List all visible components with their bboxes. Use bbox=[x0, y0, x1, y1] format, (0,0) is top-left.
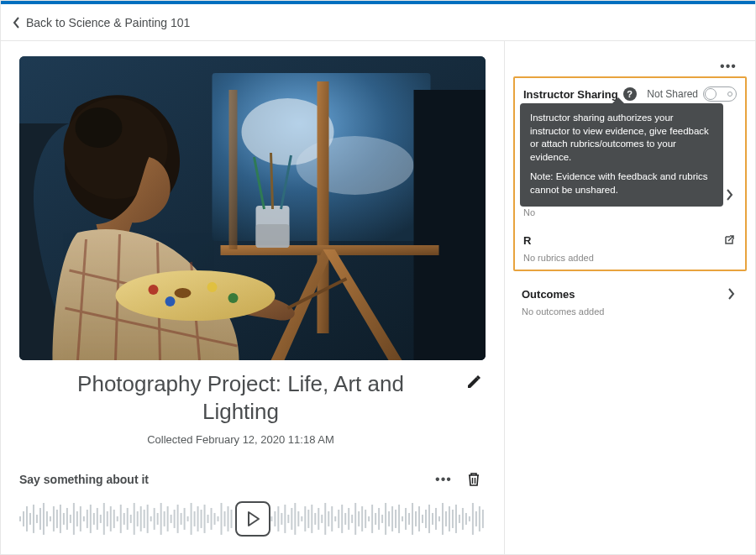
svg-point-3 bbox=[297, 136, 414, 195]
svg-rect-149 bbox=[455, 505, 457, 533]
audio-play-button[interactable] bbox=[235, 501, 270, 537]
play-icon bbox=[244, 510, 262, 528]
svg-rect-74 bbox=[167, 506, 169, 531]
svg-rect-113 bbox=[334, 516, 336, 521]
svg-rect-98 bbox=[284, 505, 286, 533]
svg-rect-57 bbox=[110, 506, 112, 531]
svg-rect-32 bbox=[26, 506, 28, 531]
svg-rect-102 bbox=[297, 511, 299, 526]
svg-rect-125 bbox=[375, 513, 376, 525]
svg-rect-44 bbox=[66, 508, 68, 530]
svg-rect-73 bbox=[164, 511, 165, 526]
edit-title-button[interactable] bbox=[462, 370, 486, 394]
evidence-title: Photography Project: Life, Art and Light… bbox=[53, 370, 428, 425]
svg-rect-61 bbox=[123, 513, 125, 525]
svg-rect-4 bbox=[414, 90, 486, 360]
svg-rect-47 bbox=[76, 511, 78, 526]
svg-rect-124 bbox=[371, 505, 373, 533]
svg-rect-157 bbox=[482, 510, 484, 528]
svg-point-22 bbox=[175, 288, 192, 298]
svg-rect-51 bbox=[90, 505, 92, 533]
svg-rect-120 bbox=[358, 511, 360, 526]
svg-rect-117 bbox=[348, 508, 349, 530]
svg-rect-53 bbox=[97, 508, 98, 530]
svg-rect-63 bbox=[130, 515, 132, 523]
panel-row-2[interactable]: R bbox=[523, 229, 737, 251]
svg-rect-42 bbox=[60, 505, 61, 533]
svg-rect-70 bbox=[154, 508, 155, 530]
svg-rect-101 bbox=[294, 503, 296, 535]
outcomes-row[interactable]: Outcomes bbox=[522, 283, 738, 305]
tooltip-line-2: Note: Evidence with feedback and rubrics… bbox=[530, 170, 713, 196]
svg-rect-37 bbox=[43, 503, 45, 535]
help-icon[interactable]: ? bbox=[623, 87, 637, 101]
svg-rect-56 bbox=[107, 511, 108, 526]
svg-rect-45 bbox=[70, 515, 71, 523]
svg-rect-68 bbox=[147, 505, 149, 533]
trash-icon bbox=[467, 472, 480, 487]
svg-rect-132 bbox=[398, 505, 400, 533]
svg-point-23 bbox=[149, 285, 159, 295]
svg-rect-54 bbox=[100, 515, 102, 523]
svg-rect-108 bbox=[318, 508, 319, 530]
svg-rect-65 bbox=[137, 511, 139, 526]
back-link[interactable]: Back to Science & Painting 101 bbox=[1, 4, 755, 41]
svg-rect-139 bbox=[422, 515, 423, 523]
reflection-delete-button[interactable] bbox=[462, 468, 486, 491]
svg-rect-84 bbox=[201, 510, 202, 528]
svg-rect-107 bbox=[314, 513, 316, 525]
svg-rect-36 bbox=[39, 508, 41, 530]
outcomes-label: Outcomes bbox=[522, 288, 723, 301]
svg-rect-39 bbox=[50, 516, 51, 521]
svg-rect-110 bbox=[324, 503, 326, 535]
svg-rect-9 bbox=[256, 224, 290, 248]
svg-rect-48 bbox=[80, 506, 81, 531]
svg-rect-114 bbox=[338, 510, 339, 528]
sharing-toggle[interactable] bbox=[703, 86, 737, 102]
svg-rect-112 bbox=[331, 506, 333, 531]
svg-rect-52 bbox=[93, 513, 95, 525]
svg-rect-62 bbox=[127, 508, 129, 530]
svg-rect-115 bbox=[341, 505, 343, 533]
svg-rect-91 bbox=[223, 511, 225, 526]
svg-rect-82 bbox=[194, 511, 196, 526]
svg-rect-105 bbox=[307, 510, 309, 528]
panel-2-sub: No rubrics added bbox=[523, 253, 737, 263]
svg-rect-72 bbox=[160, 503, 162, 535]
external-link-icon bbox=[722, 233, 737, 248]
svg-rect-138 bbox=[418, 506, 420, 531]
svg-rect-104 bbox=[304, 506, 306, 531]
svg-rect-50 bbox=[87, 510, 88, 528]
svg-rect-135 bbox=[408, 513, 410, 525]
kebab-icon: ••• bbox=[435, 472, 452, 487]
svg-point-26 bbox=[228, 293, 239, 303]
svg-rect-147 bbox=[449, 506, 450, 531]
svg-rect-131 bbox=[395, 510, 396, 528]
instructor-sharing-highlight: Instructor Sharing ? Not Shared Instruct… bbox=[513, 76, 747, 271]
svg-rect-118 bbox=[351, 515, 353, 523]
audio-waveform bbox=[19, 496, 486, 542]
svg-rect-99 bbox=[287, 515, 289, 523]
svg-rect-152 bbox=[465, 513, 467, 525]
svg-rect-143 bbox=[435, 508, 437, 530]
svg-rect-34 bbox=[33, 505, 34, 533]
svg-rect-95 bbox=[274, 511, 276, 526]
toggle-knob bbox=[705, 88, 717, 100]
svg-rect-126 bbox=[378, 508, 380, 530]
evidence-more-button[interactable]: ••• bbox=[717, 55, 740, 78]
svg-rect-85 bbox=[204, 505, 206, 533]
svg-rect-58 bbox=[113, 510, 115, 528]
svg-rect-38 bbox=[46, 511, 48, 526]
svg-rect-109 bbox=[321, 515, 323, 523]
svg-rect-146 bbox=[445, 511, 447, 526]
svg-rect-144 bbox=[438, 516, 440, 521]
outcomes-sub: No outcomes added bbox=[522, 306, 738, 317]
svg-rect-35 bbox=[36, 515, 38, 523]
svg-rect-87 bbox=[211, 508, 213, 530]
svg-rect-121 bbox=[361, 506, 363, 531]
svg-rect-122 bbox=[365, 510, 366, 528]
svg-rect-136 bbox=[412, 503, 413, 535]
svg-point-25 bbox=[207, 282, 218, 292]
reflection-more-button[interactable]: ••• bbox=[432, 468, 455, 491]
svg-rect-141 bbox=[428, 505, 430, 533]
